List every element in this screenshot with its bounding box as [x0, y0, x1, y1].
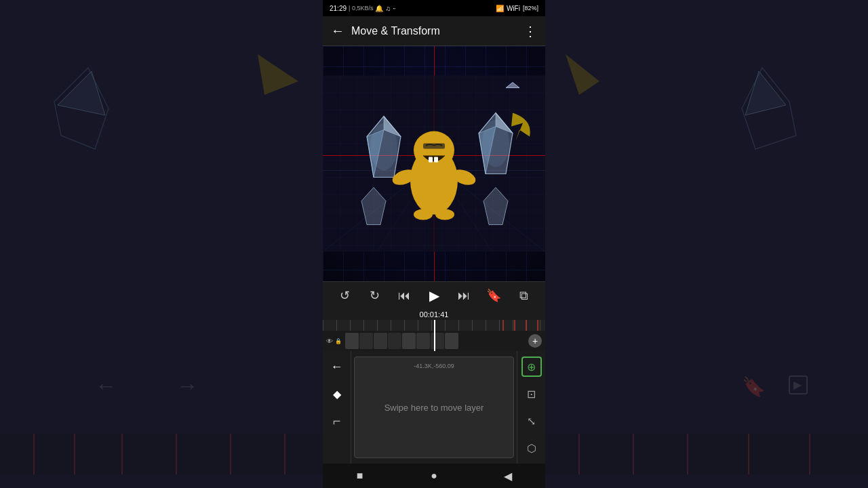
export-button[interactable]: ⧉ — [514, 286, 533, 305]
layer-coordinates: -41.3K,-560.09 — [355, 363, 513, 369]
thumbnail-3 — [374, 333, 387, 349]
thumbnail-7 — [431, 333, 444, 349]
android-home-button[interactable]: ● — [424, 466, 444, 486]
sound-icon: 🔔 — [375, 5, 383, 12]
back-nav-button[interactable]: ← — [327, 357, 347, 377]
status-left: 21:29 | 0,5KB/s 🔔 ♫ ·· — [330, 5, 395, 12]
back-button[interactable]: ← — [331, 23, 344, 39]
svg-rect-4 — [0, 434, 323, 474]
thumbnail-8 — [445, 333, 458, 349]
right-tools: ⊕ ⊡ ⤡ ⬡ — [517, 351, 545, 464]
swipe-layer-area[interactable]: -41.3K,-560.09 Swipe here to move layer — [354, 357, 514, 458]
thumbnail-1 — [345, 333, 359, 349]
timeline-markers — [502, 320, 538, 331]
skew-button[interactable]: ⬡ — [521, 438, 542, 458]
video-preview[interactable] — [323, 46, 545, 281]
svg-text:→: → — [176, 373, 198, 398]
redo-button[interactable]: ↻ — [365, 286, 384, 305]
bookmark-button[interactable]: 🔖 — [484, 286, 503, 305]
dots-icon: ·· — [393, 5, 395, 12]
canvas-scene[interactable] — [323, 46, 545, 281]
bg-left-panel: ← → — [0, 0, 323, 488]
svg-point-38 — [482, 120, 509, 167]
android-nav-bar: ■ ● ◀ — [323, 464, 545, 488]
music-icon: ♫ — [385, 5, 391, 12]
scale-uniform-button[interactable]: ⊡ — [521, 384, 542, 404]
skip-back-button[interactable]: ⏮ — [395, 286, 414, 305]
more-button[interactable]: ⋮ — [524, 23, 537, 39]
scale-button[interactable]: ⤡ — [521, 411, 542, 431]
svg-rect-45 — [434, 157, 438, 163]
battery-icon: [82%] — [523, 5, 538, 12]
svg-text:🔖: 🔖 — [742, 375, 766, 398]
move-tool-button[interactable]: ⊕ — [521, 357, 542, 377]
android-back-button[interactable]: ◀ — [498, 466, 518, 486]
wifi-icon: WiFi — [507, 5, 520, 12]
app-title: Move & Transform — [351, 25, 524, 37]
timeline-track[interactable]: 👁 🔒 + — [323, 331, 545, 351]
swipe-instruction: Swipe here to move layer — [384, 403, 484, 413]
thumbnail-6 — [416, 333, 430, 349]
svg-rect-43 — [423, 144, 445, 149]
android-stop-button[interactable]: ■ — [350, 466, 370, 486]
add-track-button[interactable]: + — [528, 334, 542, 348]
thumbnail-4 — [388, 333, 401, 349]
eye-icon[interactable]: 👁 — [326, 338, 333, 345]
status-network: | 0,5KB/s — [349, 5, 373, 12]
timeline-playhead[interactable] — [434, 320, 435, 331]
svg-rect-44 — [429, 157, 433, 163]
skip-forward-button[interactable]: ⏭ — [454, 286, 473, 305]
track-playhead — [434, 331, 435, 351]
crop-button[interactable]: ⌐ — [327, 411, 347, 431]
keyframe-button[interactable]: ◆ — [327, 384, 347, 404]
timecode-display: 00:01:41 — [323, 309, 545, 320]
timeline-marker — [526, 320, 527, 331]
svg-rect-16 — [545, 434, 868, 474]
timeline-marker — [502, 320, 504, 331]
thumbnail-2 — [359, 333, 373, 349]
status-time: 21:29 — [330, 5, 347, 12]
lock-icon[interactable]: 🔒 — [335, 338, 342, 344]
svg-point-42 — [414, 131, 454, 169]
status-right: 📶 WiFi [82%] — [496, 5, 538, 12]
timeline-ruler[interactable] — [323, 320, 545, 331]
bg-right-panel: 🔖 ▶ — [545, 0, 868, 488]
transport-controls: ↺ ↻ ⏮ ▶ ⏭ 🔖 ⧉ — [323, 281, 545, 309]
phone-frame: 21:29 | 0,5KB/s 🔔 ♫ ·· 📶 WiFi [82%] ← Mo… — [323, 0, 545, 488]
left-tools: ← ◆ ⌐ — [323, 351, 351, 464]
thumbnail-5 — [402, 333, 416, 349]
play-button[interactable]: ▶ — [425, 286, 443, 305]
timecode-value: 00:01:41 — [420, 310, 449, 319]
track-thumbnails — [345, 333, 528, 349]
bottom-panel: ← ◆ ⌐ -41.3K,-560.09 Swipe here to move … — [323, 351, 545, 464]
undo-button[interactable]: ↺ — [335, 286, 354, 305]
timeline-marker — [514, 320, 515, 331]
svg-point-49 — [435, 209, 454, 220]
track-icons: 👁 🔒 — [326, 338, 342, 345]
svg-text:▶: ▶ — [793, 379, 802, 390]
signal-icon: 📶 — [496, 5, 504, 12]
timeline-marker — [537, 320, 538, 331]
app-top-bar: ← Move & Transform ⋮ — [323, 16, 545, 46]
svg-text:←: ← — [95, 373, 117, 398]
svg-marker-12 — [745, 71, 786, 115]
status-bar: 21:29 | 0,5KB/s 🔔 ♫ ·· 📶 WiFi [82%] — [323, 0, 545, 16]
svg-point-48 — [414, 209, 433, 220]
svg-marker-1 — [58, 71, 105, 115]
svg-point-34 — [370, 123, 397, 171]
scene-svg — [323, 46, 545, 281]
